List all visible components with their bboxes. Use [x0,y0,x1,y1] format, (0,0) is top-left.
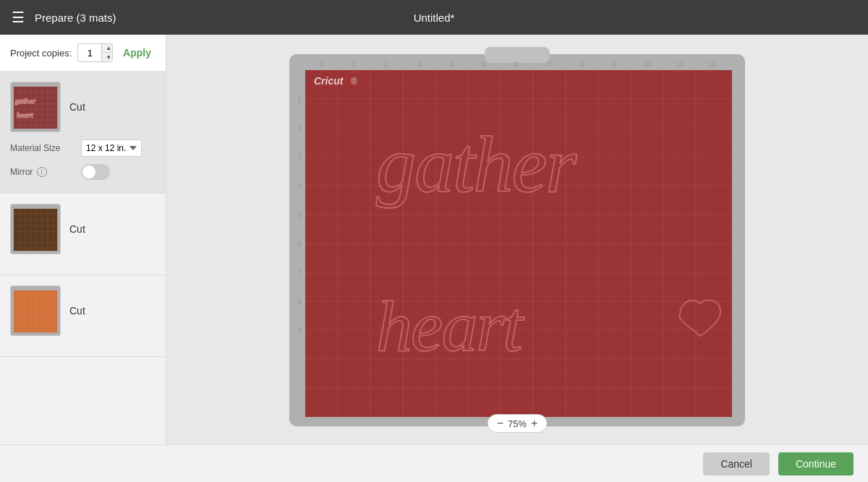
prepare-title: Prepare (3 mats) [35,12,116,24]
material-size-label: Material Size [10,143,75,153]
svg-text:6: 6 [297,240,302,248]
mat-panels: Cut Material Size 12 x 12 in. 12 x 24 in… [0,72,166,444]
mat1-mirror-row: Mirror i [10,164,156,180]
svg-text:11: 11 [675,61,684,69]
copies-up-arrow[interactable]: ▲ [102,44,113,53]
mat3-cut-label: Cut [69,305,85,317]
svg-text:Cricut: Cricut [314,75,344,87]
svg-text:1: 1 [297,95,302,103]
copies-down-arrow[interactable]: ▼ [102,53,113,61]
svg-text:5: 5 [482,61,486,69]
project-copies-label: Project copies: [10,48,72,59]
svg-text:4: 4 [297,182,302,190]
svg-text:8: 8 [297,298,302,306]
svg-text:2: 2 [384,61,388,69]
cancel-button[interactable]: Cancel [703,452,770,475]
main-layout: Project copies: 1 ▲ ▼ Apply Cut [0,35,868,444]
mat-panel-2[interactable]: Cut [0,194,166,275]
mirror-info-icon[interactable]: i [37,167,47,177]
mat-panel-3[interactable]: Cut [0,275,166,357]
zoom-controls: − 75% + [488,414,548,433]
mat1-thumbnail [10,82,61,132]
svg-text:3: 3 [297,153,302,161]
mirror-label: Mirror i [10,167,75,177]
project-copies-row: Project copies: 1 ▲ ▼ Apply [0,35,166,72]
mirror-toggle[interactable] [81,164,110,180]
apply-button[interactable]: Apply [119,46,156,60]
mat1-cut-label: Cut [69,101,85,113]
svg-text:8: 8 [579,61,584,69]
mat3-thumbnail [10,285,61,336]
mat1-material-size-row: Material Size 12 x 12 in. 12 x 24 in. [10,139,156,157]
svg-text:5: 5 [297,211,302,219]
svg-text:3: 3 [417,61,421,69]
svg-text:6: 6 [514,61,519,69]
svg-text:heart: heart [376,286,524,366]
mat2-thumbnail [10,204,61,254]
copies-input-wrapper: 1 ▲ ▼ [77,43,113,62]
svg-text:9: 9 [612,61,616,69]
sidebar: Project copies: 1 ▲ ▼ Apply Cut [0,35,166,444]
mat-svg: 0 1 2 3 4 5 6 7 8 9 10 11 12 1 2 [289,47,745,430]
zoom-in-button[interactable]: + [531,418,537,429]
document-title: Untitled* [414,12,455,24]
continue-button[interactable]: Continue [778,452,854,475]
svg-text:7: 7 [547,61,551,69]
mat1-top-row: Cut [10,82,156,132]
material-size-select[interactable]: 12 x 12 in. 12 x 24 in. [81,139,142,157]
mat2-top-row: Cut [10,204,156,254]
svg-text:2: 2 [297,124,302,132]
mat1-fields: Material Size 12 x 12 in. 12 x 24 in. Mi… [10,139,156,180]
svg-text:9: 9 [297,327,302,335]
canvas-area: 0 1 2 3 4 5 6 7 8 9 10 11 12 1 2 [166,35,868,444]
mat-panel-1[interactable]: Cut Material Size 12 x 12 in. 12 x 24 in… [0,72,166,194]
bottom-bar: Cancel Continue [0,444,868,482]
copies-arrows: ▲ ▼ [101,44,113,61]
mat3-top-row: Cut [10,285,156,336]
menu-icon[interactable]: ☰ [12,9,25,26]
svg-text:4: 4 [449,61,454,69]
copies-input[interactable]: 1 [78,46,101,61]
zoom-label: 75% [508,418,527,429]
svg-text:7: 7 [297,269,302,277]
zoom-out-button[interactable]: − [497,418,503,429]
app-header: ☰ Prepare (3 mats) Untitled* [0,0,868,35]
svg-text:12: 12 [707,61,716,69]
svg-text:1: 1 [352,61,356,69]
svg-text:0: 0 [319,61,323,69]
mat2-cut-label: Cut [69,223,85,235]
toggle-slider [81,164,110,180]
mat-wrapper: 0 1 2 3 4 5 6 7 8 9 10 11 12 1 2 [289,47,745,433]
svg-text:10: 10 [642,61,651,69]
svg-text:®: ® [351,77,357,87]
svg-text:gather: gather [376,121,577,209]
